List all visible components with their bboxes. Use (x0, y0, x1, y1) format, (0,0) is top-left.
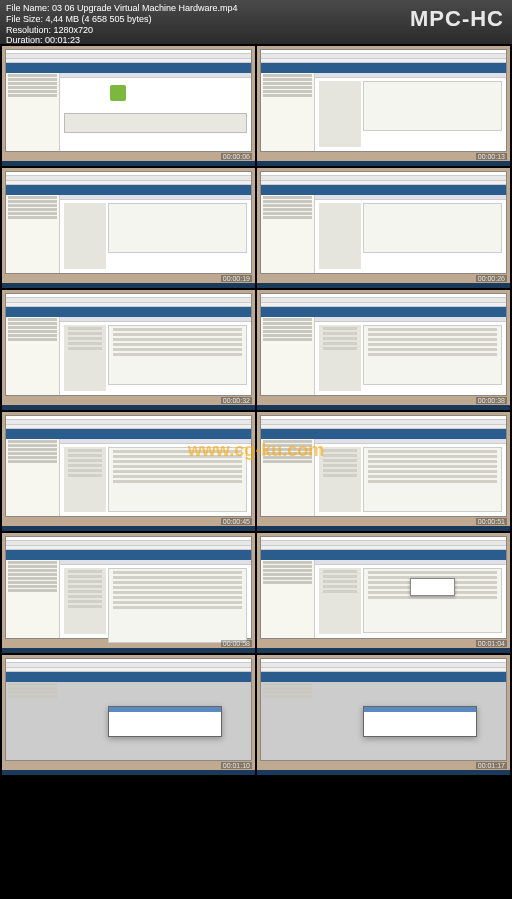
modal-dialog (108, 706, 223, 737)
timestamp: 00:01:10 (221, 762, 252, 769)
timestamp: 00:00:45 (221, 518, 252, 525)
timestamp: 00:00:51 (476, 518, 507, 525)
thumbnail-4[interactable]: 00:00:26 (257, 168, 510, 288)
browser-window (5, 293, 252, 396)
thumbnail-7[interactable]: 00:00:45 (2, 412, 255, 532)
timestamp: 00:00:19 (221, 275, 252, 282)
context-menu (410, 578, 455, 596)
thumbnail-12[interactable]: 00:01:17 (257, 655, 510, 775)
thumbnail-2[interactable]: 00:00:13 (257, 46, 510, 166)
browser-window (5, 658, 252, 761)
timestamp: 00:00:38 (476, 397, 507, 404)
browser-window (260, 49, 507, 152)
player-info-header: File Name: 03 06 Upgrade Virtual Machine… (0, 0, 512, 44)
timestamp: 00:00:13 (476, 153, 507, 160)
browser-window (5, 171, 252, 274)
thumbnail-3[interactable]: 00:00:19 (2, 168, 255, 288)
browser-window (260, 658, 507, 761)
thumbnail-1[interactable]: 00:00:06 (2, 46, 255, 166)
browser-window (5, 536, 252, 639)
browser-window (260, 415, 507, 518)
browser-window (5, 49, 252, 152)
timestamp: 00:01:17 (476, 762, 507, 769)
browser-window (260, 293, 507, 396)
thumbnail-10[interactable]: 00:01:04 (257, 533, 510, 653)
modal-dialog (363, 706, 478, 737)
thumbnail-9[interactable]: 00:00:58 (2, 533, 255, 653)
thumbnail-5[interactable]: 00:00:32 (2, 290, 255, 410)
timestamp: 00:01:04 (476, 640, 507, 647)
timestamp: 00:00:58 (221, 640, 252, 647)
thumbnail-grid: 00:00:06 00:00:13 (0, 44, 512, 899)
thumbnail-8[interactable]: 00:00:51 (257, 412, 510, 532)
player-logo: MPC-HC (410, 6, 504, 32)
browser-window (5, 415, 252, 518)
timestamp: 00:00:06 (221, 153, 252, 160)
browser-window (260, 536, 507, 639)
timestamp: 00:00:32 (221, 397, 252, 404)
thumbnail-6[interactable]: 00:00:38 (257, 290, 510, 410)
timestamp: 00:00:26 (476, 275, 507, 282)
vm-icon (110, 85, 126, 101)
thumbnail-11[interactable]: 00:01:10 (2, 655, 255, 775)
browser-window (260, 171, 507, 274)
